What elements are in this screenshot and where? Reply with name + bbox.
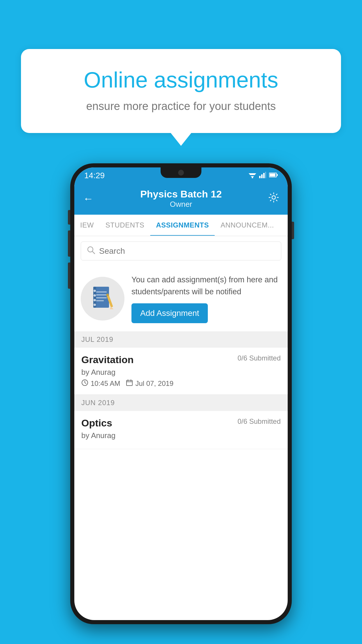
assignment-submitted: 0/6 Submitted bbox=[238, 354, 281, 362]
phone-mockup: 14:29 bbox=[70, 163, 292, 624]
assignment-author: by Anurag bbox=[81, 368, 281, 377]
back-button[interactable]: ← bbox=[83, 192, 94, 205]
assignment-meta: 10:45 AM Jul 07, 2019 bbox=[81, 379, 281, 388]
svg-rect-30 bbox=[126, 380, 132, 386]
svg-rect-4 bbox=[259, 176, 261, 178]
svg-point-11 bbox=[272, 196, 275, 199]
svg-rect-17 bbox=[96, 297, 107, 298]
calendar-icon bbox=[126, 379, 133, 388]
clock-icon bbox=[81, 379, 88, 388]
phone-screen: 14:29 bbox=[74, 167, 288, 620]
svg-line-13 bbox=[92, 251, 95, 254]
bubble-subtitle: ensure more practice for your students bbox=[41, 100, 321, 113]
meta-date: Jul 07, 2019 bbox=[126, 379, 173, 388]
svg-point-20 bbox=[94, 290, 96, 292]
tabs-bar: IEW STUDENTS ASSIGNMENTS ANNOUNCEM... bbox=[74, 215, 288, 236]
phone-outer: 14:29 bbox=[70, 163, 292, 624]
phone-vol-button bbox=[68, 210, 70, 225]
tab-announcements[interactable]: ANNOUNCEM... bbox=[215, 215, 280, 236]
wifi-icon bbox=[249, 172, 256, 179]
settings-button[interactable] bbox=[268, 192, 279, 205]
svg-point-23 bbox=[94, 304, 96, 306]
meta-time: 10:45 AM bbox=[81, 379, 120, 388]
month-separator-jun: JUN 2019 bbox=[74, 395, 288, 411]
bubble-title: Online assignments bbox=[41, 66, 321, 93]
svg-point-21 bbox=[94, 294, 96, 297]
svg-rect-18 bbox=[96, 300, 104, 301]
info-card: You can add assignment(s) from here and … bbox=[74, 266, 288, 331]
assignment-item-gravitation[interactable]: Gravitation 0/6 Submitted by Anurag bbox=[74, 348, 288, 395]
svg-rect-9 bbox=[277, 174, 278, 176]
svg-point-22 bbox=[94, 299, 96, 301]
svg-rect-10 bbox=[270, 174, 275, 176]
svg-rect-6 bbox=[263, 173, 265, 178]
search-input-wrapper bbox=[81, 242, 281, 260]
phone-power-button bbox=[292, 222, 294, 239]
svg-rect-5 bbox=[261, 174, 263, 178]
assignment-title-optics: Optics bbox=[81, 417, 112, 429]
search-container bbox=[74, 236, 288, 266]
svg-rect-7 bbox=[265, 172, 266, 178]
search-icon bbox=[87, 246, 95, 256]
tab-iew[interactable]: IEW bbox=[74, 215, 100, 236]
assignment-date: Jul 07, 2019 bbox=[135, 379, 173, 388]
speech-bubble-card: Online assignments ensure more practice … bbox=[21, 49, 341, 133]
battery-icon bbox=[269, 172, 278, 179]
assignment-header-optics: Optics 0/6 Submitted bbox=[81, 417, 281, 429]
assignment-item-optics[interactable]: Optics 0/6 Submitted by Anurag bbox=[74, 411, 288, 449]
svg-line-29 bbox=[85, 383, 86, 384]
assignment-submitted-optics: 0/6 Submitted bbox=[238, 417, 281, 426]
header-title: Physics Batch 12 bbox=[140, 188, 222, 200]
app-header: ← Physics Batch 12 Owner bbox=[74, 184, 288, 215]
status-icons bbox=[249, 172, 278, 179]
search-input[interactable] bbox=[99, 246, 275, 256]
signal-icon bbox=[259, 172, 266, 179]
status-time: 14:29 bbox=[84, 171, 105, 180]
header-subtitle: Owner bbox=[140, 200, 222, 209]
info-text-area: You can add assignment(s) from here and … bbox=[131, 274, 281, 323]
tab-assignments[interactable]: ASSIGNMENTS bbox=[150, 215, 215, 236]
tab-students[interactable]: STUDENTS bbox=[100, 215, 150, 236]
phone-volup-button bbox=[68, 230, 70, 257]
info-description: You can add assignment(s) from here and … bbox=[131, 274, 281, 298]
assignment-header: Gravitation 0/6 Submitted bbox=[81, 354, 281, 365]
phone-voldown-button bbox=[68, 262, 70, 289]
phone-notch bbox=[161, 167, 201, 178]
phone-camera bbox=[178, 170, 184, 176]
assignment-author-optics: by Anurag bbox=[81, 431, 281, 440]
assignment-time: 10:45 AM bbox=[91, 379, 120, 388]
add-assignment-button[interactable]: Add Assignment bbox=[131, 303, 208, 323]
svg-rect-15 bbox=[96, 291, 107, 293]
header-title-group: Physics Batch 12 Owner bbox=[140, 188, 222, 209]
month-separator-jul: JUL 2019 bbox=[74, 331, 288, 348]
notebook-icon-circle bbox=[81, 277, 124, 321]
svg-rect-16 bbox=[96, 294, 107, 295]
assignment-title: Gravitation bbox=[81, 354, 133, 365]
